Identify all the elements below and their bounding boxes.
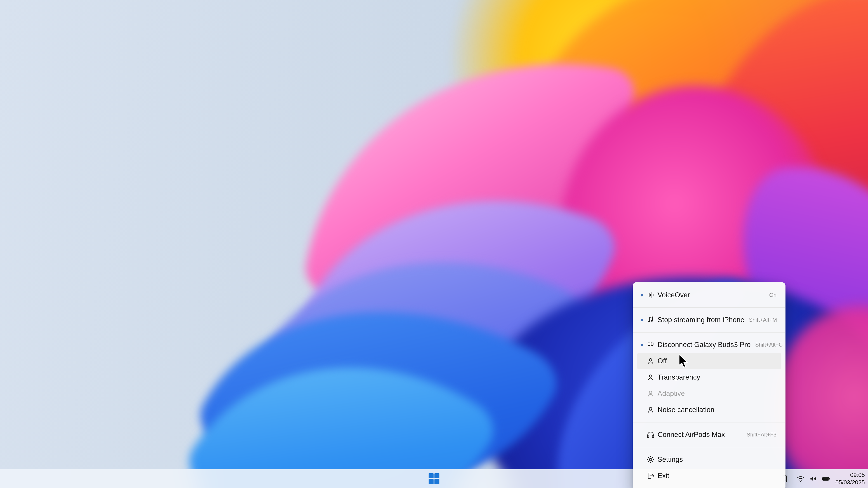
person-head-icon (645, 388, 656, 399)
menu-item-anc-noise-cancellation[interactable]: Noise cancellation (637, 402, 781, 418)
person-head-icon (645, 356, 656, 366)
start-button[interactable] (426, 471, 442, 486)
windows-logo-icon (429, 473, 439, 484)
wifi-icon[interactable] (795, 472, 807, 486)
menu-item-shortcut: Shift+Alt+F3 (747, 431, 776, 438)
taskbar-clock[interactable]: 09:05 05/03/2025 (835, 471, 865, 486)
menu-item-anc-adaptive: Adaptive (637, 385, 781, 402)
system-tray: 09:05 05/03/2025 (779, 469, 865, 488)
menu-item-connect-airpods-max[interactable]: Connect AirPods Max Shift+Alt+F3 (637, 427, 781, 443)
menu-item-label: Noise cancellation (657, 406, 776, 414)
menu-separator (633, 307, 785, 308)
menu-item-shortcut: Shift+Alt+M (749, 317, 777, 323)
menu-item-label: VoiceOver (657, 291, 765, 299)
menu-item-voiceover[interactable]: VoiceOver On (637, 287, 781, 303)
mouse-cursor-icon (678, 354, 688, 369)
clock-date: 05/03/2025 (835, 479, 865, 486)
active-indicator (639, 294, 645, 296)
volume-icon[interactable] (807, 472, 819, 486)
menu-item-stop-streaming[interactable]: Stop streaming from iPhone Shift+Alt+M (637, 312, 781, 328)
menu-item-settings[interactable]: Settings (637, 451, 781, 468)
active-indicator (639, 344, 645, 346)
music-note-icon (645, 315, 656, 325)
menu-item-label: Connect AirPods Max (657, 431, 742, 439)
menu-item-label: Disconnect Galaxy Buds3 Pro (657, 341, 751, 349)
menu-separator (633, 422, 785, 422)
menu-item-label: Adaptive (657, 390, 776, 398)
audio-tray-flyout-menu: VoiceOver On Stop streaming from iPhone … (633, 282, 785, 488)
person-head-icon (645, 372, 656, 383)
active-dot (641, 319, 643, 321)
gear-icon (645, 454, 656, 465)
menu-item-anc-off[interactable]: Off (637, 353, 781, 369)
menu-item-label: Exit (657, 472, 776, 480)
clock-time: 09:05 (835, 471, 865, 479)
menu-item-status: On (769, 292, 776, 298)
active-dot (641, 344, 643, 346)
waveform-icon (645, 290, 656, 300)
menu-item-anc-transparency[interactable]: Transparency (637, 369, 781, 385)
active-indicator (639, 319, 645, 321)
menu-separator (633, 447, 785, 447)
menu-item-label: Stop streaming from iPhone (657, 316, 744, 324)
menu-item-shortcut: Shift+Alt+C (755, 341, 782, 348)
person-head-icon (645, 404, 656, 415)
menu-item-exit[interactable]: Exit (637, 468, 781, 484)
battery-icon[interactable] (820, 472, 832, 486)
menu-item-disconnect-galaxy-buds[interactable]: Disconnect Galaxy Buds3 Pro Shift+Alt+C (637, 337, 781, 353)
menu-item-label: Settings (657, 455, 776, 464)
menu-separator (633, 332, 785, 332)
menu-item-label: Off (657, 357, 776, 365)
menu-item-label: Transparency (657, 373, 776, 381)
active-dot (641, 294, 643, 296)
exit-icon (645, 470, 656, 481)
earbuds-icon (645, 339, 656, 350)
headphones-icon (645, 429, 656, 440)
